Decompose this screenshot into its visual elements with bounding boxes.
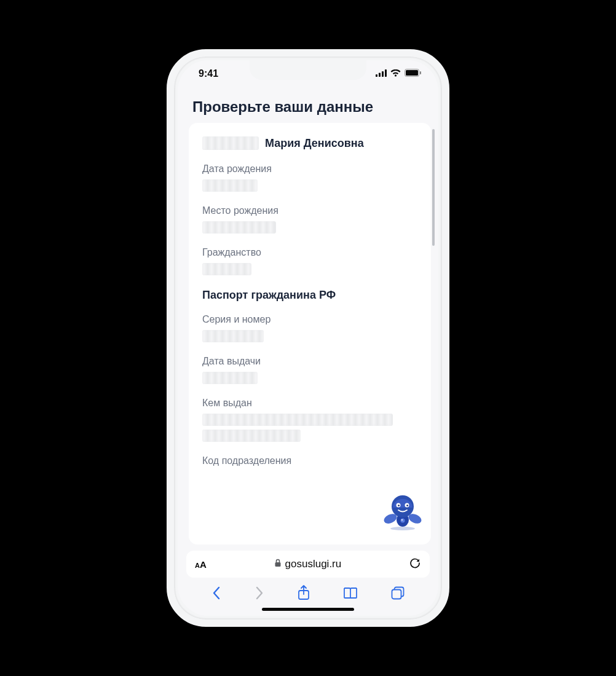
browser-chrome: AA gosuslugi.ru <box>178 544 438 616</box>
wifi-icon <box>390 68 401 79</box>
redacted-value <box>202 372 258 384</box>
cellular-icon <box>376 68 387 79</box>
field-label: Дата выдачи <box>202 356 417 367</box>
notch <box>250 60 366 80</box>
field-passport-series: Серия и номер <box>202 314 417 342</box>
screen: 9:41 Проверьте ваши данные Мария Денис <box>178 60 438 616</box>
address-bar[interactable]: AA gosuslugi.ru <box>186 551 430 578</box>
redacted-value <box>202 414 393 426</box>
forward-button[interactable] <box>254 586 265 603</box>
person-name-row: Мария Денисовна <box>202 136 417 150</box>
phone-frame: 9:41 Проверьте ваши данные Мария Денис <box>167 49 449 627</box>
redacted-value <box>202 221 276 234</box>
data-card: Мария Денисовна Дата рождения Место рожд… <box>189 123 431 544</box>
lock-icon <box>274 558 282 570</box>
field-issue-date: Дата выдачи <box>202 356 417 384</box>
svg-rect-2 <box>382 71 384 77</box>
scrollbar[interactable] <box>432 129 435 246</box>
home-indicator[interactable] <box>262 608 354 611</box>
redacted-surname <box>202 136 259 150</box>
redacted-value <box>202 430 301 442</box>
content-area: Мария Денисовна Дата рождения Место рожд… <box>178 123 438 544</box>
assistant-robot-button[interactable] <box>383 493 422 533</box>
field-label: Серия и номер <box>202 314 417 325</box>
page-title: Проверьте ваши данные <box>178 87 438 123</box>
redacted-value <box>202 179 258 192</box>
svg-rect-5 <box>406 70 418 76</box>
svg-rect-0 <box>376 74 377 77</box>
svg-point-7 <box>390 527 415 530</box>
svg-rect-21 <box>392 590 401 599</box>
passport-section-title: Паспорт гражданина РФ <box>202 289 417 302</box>
svg-rect-3 <box>385 69 387 77</box>
field-label: Код подразделения <box>202 455 417 466</box>
svg-point-16 <box>401 519 405 523</box>
address-domain: gosuslugi.ru <box>285 558 342 570</box>
bookmarks-button[interactable] <box>342 586 358 602</box>
field-label: Кем выдан <box>202 398 417 409</box>
field-label: Дата рождения <box>202 163 417 175</box>
svg-point-15 <box>406 505 408 506</box>
field-dept-code: Код подразделения <box>202 455 417 466</box>
field-issued-by: Кем выдан <box>202 398 417 442</box>
svg-point-17 <box>401 519 403 521</box>
svg-rect-1 <box>379 73 381 77</box>
share-button[interactable] <box>297 585 310 603</box>
field-citizenship: Гражданство <box>202 247 417 275</box>
field-dob: Дата рождения <box>202 163 417 192</box>
redacted-value <box>202 263 251 275</box>
status-time: 9:41 <box>199 68 218 79</box>
text-size-button[interactable]: AA <box>195 559 207 570</box>
reload-button[interactable] <box>409 557 421 572</box>
browser-toolbar <box>186 578 430 611</box>
svg-point-14 <box>398 505 400 506</box>
field-label: Гражданство <box>202 247 417 258</box>
battery-icon <box>405 68 421 79</box>
field-label: Место рождения <box>202 205 417 216</box>
redacted-value <box>202 330 264 342</box>
back-button[interactable] <box>211 586 222 603</box>
field-pob: Место рождения <box>202 205 417 234</box>
svg-rect-18 <box>275 562 280 567</box>
tabs-button[interactable] <box>390 586 405 603</box>
svg-rect-6 <box>420 71 421 74</box>
person-name: Мария Денисовна <box>265 137 364 150</box>
